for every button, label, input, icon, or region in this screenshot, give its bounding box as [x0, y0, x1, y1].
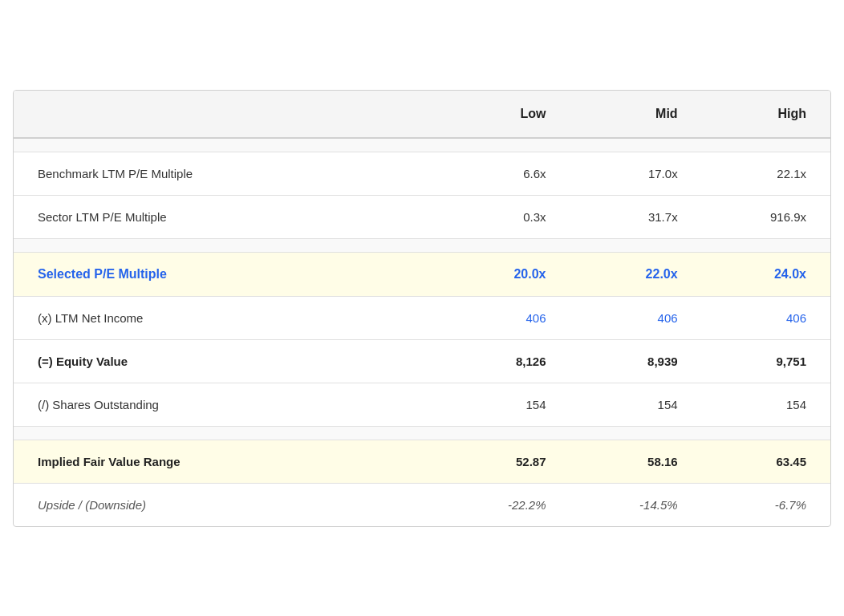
selected-pe-low: 20.0x [438, 252, 570, 296]
shares-outstanding-label: (/) Shares Outstanding [14, 383, 438, 426]
sector-mid: 31.7x [570, 195, 702, 238]
equity-value-mid: 8,939 [570, 339, 702, 383]
equity-value-low: 8,126 [438, 339, 570, 383]
equity-value-row: (=) Equity Value 8,126 8,939 9,751 [14, 339, 830, 383]
sector-high: 916.9x [702, 195, 830, 238]
ltm-net-income-low: 406 [438, 296, 570, 339]
benchmark-mid: 17.0x [570, 152, 702, 195]
shares-outstanding-low: 154 [438, 383, 570, 426]
upside-downside-mid: -14.5% [570, 483, 702, 526]
implied-fair-value-low: 52.87 [438, 440, 570, 483]
equity-value-label: (=) Equity Value [14, 339, 438, 383]
spacer-row-1 [14, 138, 830, 152]
header-low: Low [438, 91, 570, 138]
header-mid: Mid [570, 91, 702, 138]
ltm-net-income-row: (x) LTM Net Income 406 406 406 [14, 296, 830, 339]
shares-outstanding-row: (/) Shares Outstanding 154 154 154 [14, 383, 830, 426]
sector-label: Sector LTM P/E Multiple [14, 195, 438, 238]
sector-ltm-row: Sector LTM P/E Multiple 0.3x 31.7x 916.9… [14, 195, 830, 238]
header-high: High [702, 91, 830, 138]
shares-outstanding-high: 154 [702, 383, 830, 426]
ltm-net-income-high: 406 [702, 296, 830, 339]
spacer-row-2 [14, 238, 830, 252]
ltm-net-income-label: (x) LTM Net Income [14, 296, 438, 339]
implied-fair-value-label: Implied Fair Value Range [14, 440, 438, 483]
implied-fair-value-high: 63.45 [702, 440, 830, 483]
ltm-net-income-mid: 406 [570, 296, 702, 339]
upside-downside-label: Upside / (Downside) [14, 483, 438, 526]
table-header-row: Low Mid High [14, 91, 830, 138]
selected-pe-mid: 22.0x [570, 252, 702, 296]
shares-outstanding-mid: 154 [570, 383, 702, 426]
sector-low: 0.3x [438, 195, 570, 238]
equity-value-high: 9,751 [702, 339, 830, 383]
benchmark-high: 22.1x [702, 152, 830, 195]
selected-pe-high: 24.0x [702, 252, 830, 296]
upside-downside-high: -6.7% [702, 483, 830, 526]
benchmark-low: 6.6x [438, 152, 570, 195]
upside-downside-row: Upside / (Downside) -22.2% -14.5% -6.7% [14, 483, 830, 526]
header-label-col [14, 91, 438, 138]
spacer-row-3 [14, 426, 830, 440]
benchmark-label: Benchmark LTM P/E Multiple [14, 152, 438, 195]
selected-pe-label: Selected P/E Multiple [14, 252, 438, 296]
benchmark-ltm-row: Benchmark LTM P/E Multiple 6.6x 17.0x 22… [14, 152, 830, 195]
implied-fair-value-row: Implied Fair Value Range 52.87 58.16 63.… [14, 440, 830, 483]
upside-downside-low: -22.2% [438, 483, 570, 526]
valuation-table: Low Mid High Benchmark LTM P/E Multiple … [13, 90, 831, 527]
implied-fair-value-mid: 58.16 [570, 440, 702, 483]
selected-pe-row: Selected P/E Multiple 20.0x 22.0x 24.0x [14, 252, 830, 296]
